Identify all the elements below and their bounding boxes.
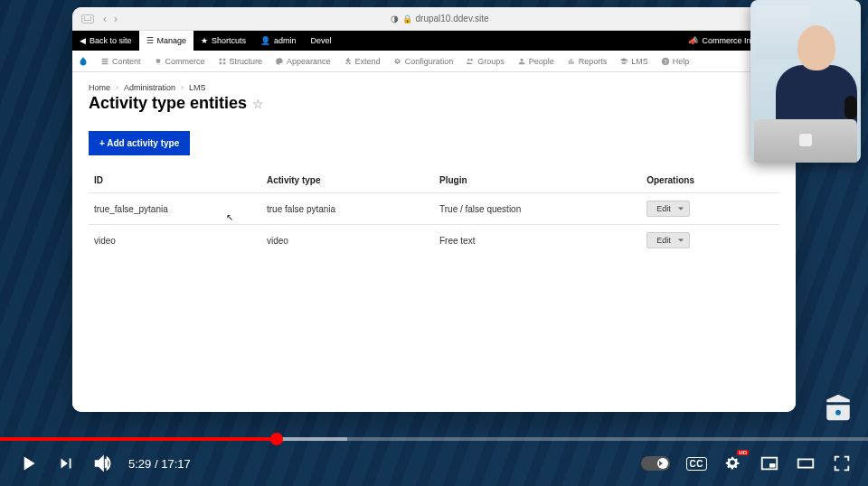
fullscreen-button[interactable] [832,453,852,473]
url-bar[interactable]: ◑ 🔒 drupal10.ddev.site [127,14,752,23]
cell-plugin: True / false question [434,193,641,225]
toolbar-configuration[interactable]: Configuration [387,51,460,71]
time-display: 5:29 / 17:17 [128,457,191,471]
admin-user-button[interactable]: 👤 admin [253,31,304,51]
col-ops: Operations [641,168,779,193]
shortcuts-label: Shortcuts [212,36,246,45]
mouse-cursor-icon: ↖ [226,212,233,222]
webcam-overlay [750,0,861,163]
play-button[interactable] [16,452,40,475]
volume-button[interactable] [92,453,112,473]
cell-plugin: Free text [434,225,641,257]
col-plugin: Plugin [434,168,641,193]
breadcrumb-home[interactable]: Home [89,83,110,92]
settings-button[interactable]: HD [723,453,743,473]
manage-button[interactable]: ☰ Manage [139,31,194,51]
page-title: Activity type entities ☆ [89,94,779,113]
shortcuts-button[interactable]: ★ Shortcuts [193,31,253,51]
sidebar-toggle-icon[interactable] [81,14,94,23]
toolbar-people[interactable]: People [511,51,561,71]
cell-id: video [89,225,261,257]
add-activity-type-button[interactable]: + Add activity type [89,131,190,155]
page-title-text: Activity type entities [89,94,247,113]
back-to-site-label: Back to site [90,36,132,45]
back-arrow-icon: ◀ [80,36,86,45]
miniplayer-button[interactable] [760,453,779,473]
shield-icon: ◑ [391,14,399,23]
devel-button[interactable]: Devel [304,31,339,51]
hd-badge: HD [737,450,749,455]
breadcrumb: Home › Administration › LMS [89,83,779,92]
table-row: true_false_pytania true false pytania Tr… [89,193,779,225]
toolbar-groups[interactable]: Groups [459,51,511,71]
breadcrumb-lms[interactable]: LMS [189,83,206,92]
toolbar-commerce[interactable]: Commerce [147,51,212,71]
autoplay-toggle[interactable] [641,456,670,471]
toolbar-structure[interactable]: Structure [212,51,269,71]
next-button[interactable] [56,453,76,473]
cell-id: true_false_pytania [89,193,261,225]
manage-label: Manage [157,36,187,45]
megaphone-icon: 📣 [688,36,698,45]
devel-label: Devel [311,36,332,45]
table-row: video video Free text Edit [89,225,779,257]
browser-chrome: ‹ › ◑ 🔒 drupal10.ddev.site ⟳ ⇪ [72,7,796,31]
breadcrumb-admin[interactable]: Administration [124,83,175,92]
page-content: Home › Administration › LMS Activity typ… [72,72,796,412]
admin-label: admin [274,36,297,45]
hamburger-icon: ☰ [146,36,154,45]
star-icon: ★ [201,36,208,45]
lock-icon: 🔒 [402,14,412,23]
activity-type-table: ID Activity type Plugin Operations true_… [89,168,779,256]
browser-nav: ‹ › [103,13,118,25]
user-icon: 👤 [260,36,270,45]
toolbar-lms[interactable]: LMS [613,51,655,71]
toolbar-appearance[interactable]: Appearance [269,51,337,71]
duration: 17:17 [161,457,191,471]
edit-dropdown-button[interactable]: Edit [646,232,690,248]
drupal-toolbar: Content Commerce Structure Appearance Ex… [72,51,796,72]
favorite-star-icon[interactable]: ☆ [252,97,264,111]
col-type: Activity type [261,168,434,193]
svg-rect-2 [798,459,814,467]
theater-mode-button[interactable] [796,453,816,473]
col-id: ID [89,168,261,193]
current-time: 5:29 [128,457,151,471]
svg-rect-1 [769,463,775,468]
edit-dropdown-button[interactable]: Edit [646,201,690,217]
drupal-admin-bar: ◀ Back to site ☰ Manage ★ Shortcuts 👤 ad… [72,31,796,51]
toolbar-help[interactable]: Help [655,51,696,71]
toolbar-content[interactable]: Content [94,51,147,71]
cell-type: true false pytania [261,193,434,225]
back-icon[interactable]: ‹ [103,13,107,25]
back-to-site-button[interactable]: ◀ Back to site [72,31,139,51]
browser-window: ‹ › ◑ 🔒 drupal10.ddev.site ⟳ ⇪ ◀ Back to… [72,7,796,412]
toolbar-extend[interactable]: Extend [337,51,387,71]
video-player-controls: 5:29 / 17:17 CC HD [0,441,868,486]
captions-button[interactable]: CC [686,457,707,471]
channel-watermark-icon[interactable] [823,392,854,423]
drupal-logo[interactable] [72,51,94,71]
forward-icon[interactable]: › [114,13,118,25]
svg-point-0 [835,410,841,416]
toolbar-reports[interactable]: Reports [561,51,614,71]
cell-type: video [261,225,434,257]
url-text: drupal10.ddev.site [416,14,489,23]
